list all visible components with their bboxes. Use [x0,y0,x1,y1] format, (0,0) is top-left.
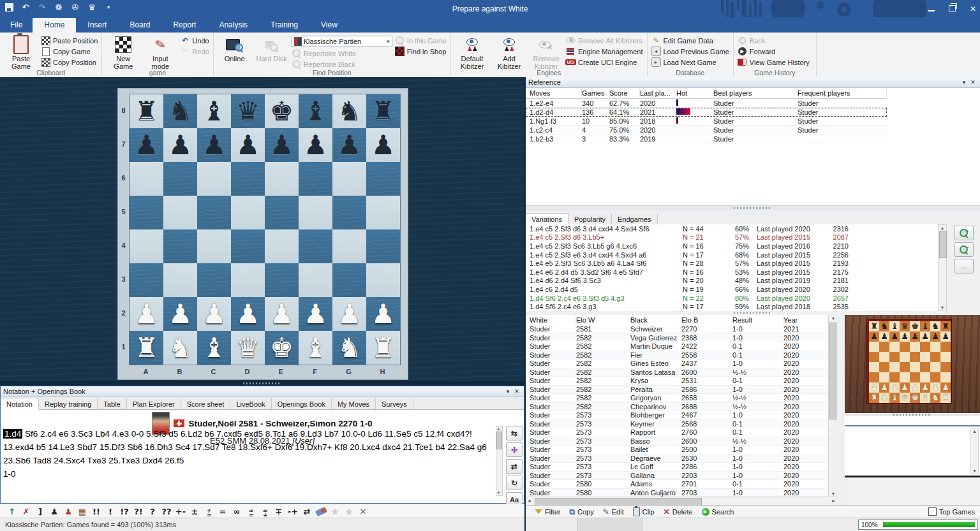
board-square[interactable]: ♞ [930,393,940,403]
board-square[interactable]: ♚ [265,331,299,365]
board-square[interactable] [869,352,879,362]
table-row[interactable]: 1.b2-b3383.3%2019Studer [526,135,887,143]
engine-management-button[interactable]: Engine Management [566,47,643,56]
board-square[interactable] [940,372,951,382]
table-row[interactable]: Studer2573Degraeve25301-02020 [526,455,828,463]
board-square[interactable] [879,342,889,352]
tab-replay-training[interactable]: Replay training [39,398,98,409]
more-button[interactable]: ... [954,259,974,273]
board-square[interactable] [879,352,889,362]
board-square[interactable] [265,229,299,263]
table-row[interactable]: Studer2573Le Goff22861-02020 [526,463,828,472]
board-square[interactable]: ♟ [366,297,400,331]
board-square[interactable] [900,352,910,362]
variation-row[interactable]: 1.d4 Sf6 2.c4 e6 3.g3N = 1759%Last playe… [526,302,938,311]
table-row[interactable]: Studer2582Santos Latasa2600½-½2020 [526,368,828,377]
board-square[interactable] [869,342,879,352]
tab-my-moves[interactable]: My Moves [332,398,376,409]
board-square[interactable] [163,263,197,297]
board-square[interactable]: ♝ [197,94,231,128]
variation-row[interactable]: 1.e4 c5 2.Sf3 e6 3.d4 cxd4 4.Sxd4 a6N = … [526,251,938,259]
board-square[interactable]: ♟ [900,331,910,342]
board-square[interactable]: ♟ [920,331,930,342]
piece-black-icon[interactable]: ♟ [47,507,61,516]
board-square[interactable]: ♝ [889,393,900,403]
col-best-players[interactable]: Best players [713,89,798,97]
board-square[interactable]: ♟ [889,382,900,393]
table-row[interactable]: Studer2582Fier25580-12020 [526,351,828,360]
arrows-button[interactable]: ⇄ [506,459,523,474]
rotate-button[interactable]: ↻ [506,476,523,490]
board-square[interactable] [130,263,163,297]
tab-variations[interactable]: Variations [526,213,568,225]
board-square[interactable] [920,342,930,352]
table-row[interactable]: Studer2573Basso2600½-½2020 [526,437,828,446]
notation-moves[interactable]: 1.d4 Sf6 2.c4 e6 3.Sc3 Lb4 4.e3 0-0 5.Sf… [3,427,494,481]
board-square[interactable] [130,229,163,263]
table-row[interactable]: Studer2582Cheparinov2688½-½2020 [526,403,828,412]
reference-database-combo[interactable]: Klassische Partien ▾ [292,36,392,47]
undo-button[interactable]: ↶ Undo [180,36,209,45]
board-square[interactable]: ♝ [299,331,332,365]
zoom-in-button[interactable]: + [954,226,974,240]
interesting-icon[interactable]: !? [117,507,131,516]
remove-all-kibitzers-button[interactable]: Remove All Kibitzers [566,36,643,45]
board-square[interactable]: ♟ [879,331,889,342]
search-button[interactable]: ▶ Search [702,508,734,516]
view-game-history-button[interactable]: View Game History [738,57,810,67]
board-square[interactable] [231,229,265,263]
board-square[interactable] [332,263,366,297]
scroll-down-icon[interactable]: ▼ [939,305,946,310]
compensation-icon[interactable]: ∞= [244,505,258,518]
variation-button[interactable]: ✣ [506,442,523,457]
tab-livebook[interactable]: LiveBook [230,398,271,409]
board-square[interactable] [163,162,197,196]
board-square[interactable] [197,196,231,229]
board-square[interactable]: ♞ [879,393,889,403]
hard-disk-button[interactable]: Hard Disk [255,34,289,69]
star-sparkle-icon[interactable]: ★ [342,507,356,516]
copy-button[interactable]: ⧉ Copy [569,507,593,516]
col-result[interactable]: Result [732,316,783,324]
board-square[interactable]: ♞ [332,94,366,128]
copy-game-button[interactable]: Copy Game [41,47,98,56]
board-square[interactable]: ♟ [299,297,332,331]
col-year[interactable]: Year [783,316,828,324]
board-square[interactable] [299,263,332,297]
paste-game-button[interactable]: Paste Game [4,34,38,69]
board-square[interactable] [332,229,366,263]
board-square[interactable]: ♟ [900,382,910,393]
table-row[interactable]: Studer2580Adams27010-12020 [526,480,828,489]
board-square[interactable]: ♛ [231,94,265,128]
board-square[interactable] [231,196,265,229]
board-square[interactable] [889,342,900,352]
col-frequent-players[interactable]: Frequent players [798,89,887,97]
copy-position-button[interactable]: Copy Position [41,57,98,67]
games-hscrollbar[interactable]: ◄ ► [526,497,837,506]
edit-game-data-button[interactable]: ✎ Edit Game Data [651,36,729,45]
pieces-icon[interactable]: ♛ [87,2,97,12]
board-square[interactable] [265,196,299,229]
paste-position-button[interactable]: Paste Position [41,36,98,45]
repertoire-white-button[interactable]: Repertoire White [292,48,392,58]
col-elo-w[interactable]: Elo W [576,316,630,324]
board-square[interactable] [879,372,889,382]
tab-plan-explorer[interactable]: Plan Explorer [127,398,181,409]
variation-row[interactable]: 1.e4 d6 2.d4 Sf6 3.Sc3N = 2048%Last play… [526,277,938,286]
board-square[interactable]: ♞ [163,331,197,365]
board-square[interactable] [163,229,197,263]
board-square[interactable]: ♟ [940,382,951,393]
tab-endgames[interactable]: Endgames [612,214,658,224]
color-wheel-icon[interactable]: ❁ [54,2,64,12]
variation-row[interactable]: 1.e4 c5 2.Sf3 Sc6 3.Lb5 g6 4.Lxc6N = 167… [526,242,938,251]
black-better-icon[interactable]: ∓ [272,507,286,516]
eraser-icon[interactable] [314,507,328,516]
board-square[interactable]: ♟ [231,128,265,162]
scroll-down-icon[interactable]: ▼ [971,469,978,473]
mini-chess-board[interactable]: ♜♞♝♛♚♝♞♜♟♟♟♟♟♟♟♟♟♟♟♟♟♟♟♟♜♞♝♛♚♝♞♜ [866,319,952,404]
load-next-game-button[interactable]: ▸ Load Next Game [651,57,729,67]
table-row[interactable]: 1.d2-d413664.1%2021StuderStuder [526,108,887,117]
piece-red-icon[interactable]: ♟ [61,507,75,516]
col-last-played[interactable]: Last pla... [640,89,676,97]
board-square[interactable]: ♜ [869,321,879,331]
